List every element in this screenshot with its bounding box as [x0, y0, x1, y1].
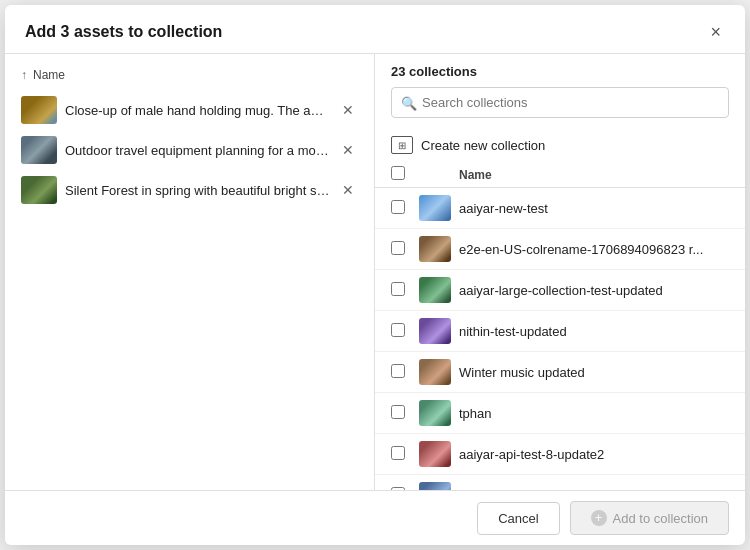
- collection-row[interactable]: aaiyar-new-test: [375, 188, 745, 229]
- row-checkbox-col: [391, 364, 419, 381]
- row-checkbox-col: [391, 323, 419, 340]
- collection-name: aaiyar-api-test-6: [459, 488, 729, 491]
- collection-thumbnail: [419, 236, 451, 262]
- create-collection-icon: ⊞: [391, 136, 413, 154]
- remove-asset-button[interactable]: ✕: [338, 180, 358, 200]
- header-name-col: Name: [459, 168, 729, 182]
- collection-row[interactable]: nithin-test-updated: [375, 311, 745, 352]
- collection-thumbnail: [419, 400, 451, 426]
- row-checkbox-col: [391, 282, 419, 299]
- add-label: Add to collection: [613, 511, 708, 526]
- asset-name: Close-up of male hand holding mug. The a…: [65, 103, 330, 118]
- row-checkbox-col: [391, 241, 419, 258]
- collection-row[interactable]: aaiyar-api-test-6: [375, 475, 745, 490]
- collection-row[interactable]: e2e-en-US-colrename-1706894096823 r...: [375, 229, 745, 270]
- collection-thumbnail: [419, 482, 451, 490]
- collection-name: tphan: [459, 406, 729, 421]
- collection-name: Winter music updated: [459, 365, 729, 380]
- create-collection-label: Create new collection: [421, 138, 545, 153]
- remove-asset-button[interactable]: ✕: [338, 140, 358, 160]
- name-column-label: Name: [33, 68, 65, 82]
- row-checkbox-col: [391, 446, 419, 463]
- asset-item: Outdoor travel equipment planning for a …: [15, 130, 364, 170]
- row-checkbox-col: [391, 487, 419, 491]
- row-checkbox-col: [391, 200, 419, 217]
- remove-asset-button[interactable]: ✕: [338, 100, 358, 120]
- close-button[interactable]: ×: [706, 21, 725, 43]
- create-collection-button[interactable]: ⊞ Create new collection: [375, 128, 745, 162]
- collection-thumbnail: [419, 277, 451, 303]
- asset-name: Silent Forest in spring with beautiful b…: [65, 183, 330, 198]
- collection-name: aaiyar-large-collection-test-updated: [459, 283, 729, 298]
- asset-thumbnail: [21, 96, 57, 124]
- collection-thumbnail: [419, 195, 451, 221]
- sort-icon: ↑: [21, 68, 27, 82]
- collection-checkbox[interactable]: [391, 446, 405, 460]
- asset-item: Silent Forest in spring with beautiful b…: [15, 170, 364, 210]
- collection-row[interactable]: Winter music updated: [375, 352, 745, 393]
- collection-name: aaiyar-new-test: [459, 201, 729, 216]
- collection-checkbox[interactable]: [391, 323, 405, 337]
- modal-header: Add 3 assets to collection ×: [5, 5, 745, 54]
- asset-name: Outdoor travel equipment planning for a …: [65, 143, 330, 158]
- modal-body: ↑ Name Close-up of male hand holding mug…: [5, 54, 745, 490]
- collection-checkbox[interactable]: [391, 282, 405, 296]
- collections-table-header: Name: [375, 162, 745, 188]
- asset-item: Close-up of male hand holding mug. The a…: [15, 90, 364, 130]
- modal-title: Add 3 assets to collection: [25, 23, 222, 41]
- modal-footer: Cancel + Add to collection: [5, 490, 745, 545]
- collection-name: e2e-en-US-colrename-1706894096823 r...: [459, 242, 729, 257]
- left-panel: ↑ Name Close-up of male hand holding mug…: [5, 54, 375, 490]
- row-checkbox-col: [391, 405, 419, 422]
- add-to-collection-button[interactable]: + Add to collection: [570, 501, 729, 535]
- collection-checkbox[interactable]: [391, 200, 405, 214]
- collection-name: nithin-test-updated: [459, 324, 729, 339]
- asset-thumbnail: [21, 176, 57, 204]
- collections-scroll[interactable]: aaiyar-new-test e2e-en-US-colrename-1706…: [375, 188, 745, 490]
- collection-checkbox[interactable]: [391, 487, 405, 491]
- collection-thumbnail: [419, 318, 451, 344]
- cancel-button[interactable]: Cancel: [477, 502, 559, 535]
- collection-thumbnail: [419, 359, 451, 385]
- collection-checkbox[interactable]: [391, 364, 405, 378]
- asset-thumbnail: [21, 136, 57, 164]
- modal-container: Add 3 assets to collection × ↑ Name Clos…: [5, 5, 745, 545]
- collections-table: Name aaiyar-new-test e2e-en-US-colrename…: [375, 162, 745, 490]
- right-panel: 23 collections 🔍 ⊞ Create new collection…: [375, 54, 745, 490]
- add-icon: +: [591, 510, 607, 526]
- collection-name: aaiyar-api-test-8-update2: [459, 447, 729, 462]
- header-checkbox-col: [391, 166, 419, 183]
- collection-checkbox[interactable]: [391, 241, 405, 255]
- collection-thumbnail: [419, 441, 451, 467]
- left-panel-header: ↑ Name: [5, 64, 374, 90]
- select-all-checkbox[interactable]: [391, 166, 405, 180]
- collection-row[interactable]: aaiyar-large-collection-test-updated: [375, 270, 745, 311]
- search-icon: 🔍: [401, 95, 417, 110]
- asset-list: Close-up of male hand holding mug. The a…: [5, 90, 374, 490]
- search-box: 🔍: [391, 87, 729, 118]
- collection-row[interactable]: tphan: [375, 393, 745, 434]
- collections-count-label: 23 collections: [375, 54, 745, 87]
- collection-checkbox[interactable]: [391, 405, 405, 419]
- collection-row[interactable]: aaiyar-api-test-8-update2: [375, 434, 745, 475]
- search-input[interactable]: [391, 87, 729, 118]
